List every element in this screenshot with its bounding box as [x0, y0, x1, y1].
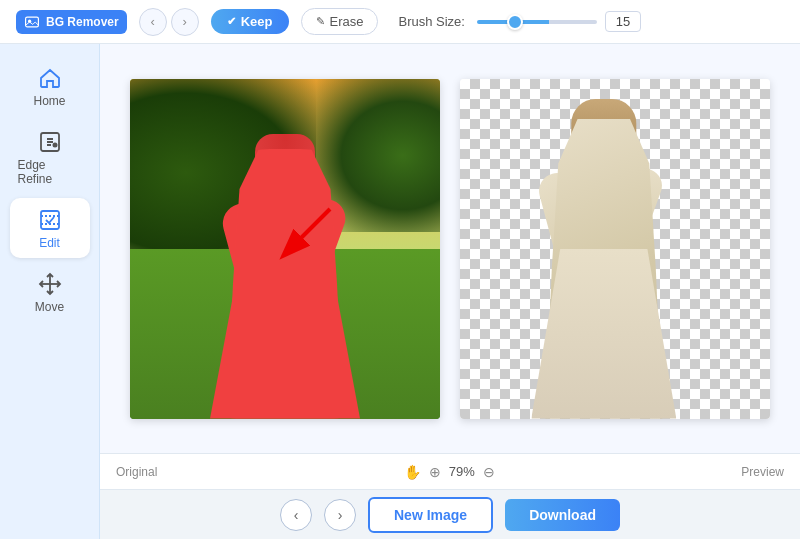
pan-icon[interactable]: ✋ [404, 464, 421, 480]
original-image [130, 79, 440, 419]
preview-image [460, 79, 770, 419]
original-image-panel [130, 79, 440, 419]
new-image-button[interactable]: New Image [368, 497, 493, 533]
brush-size-control: 15 [477, 11, 641, 32]
sidebar-item-home[interactable]: Home [10, 56, 90, 116]
sidebar: Home Edge Refine Edit [0, 44, 100, 539]
app-logo: BG Remover [16, 10, 127, 34]
original-label: Original [116, 465, 157, 479]
home-icon [38, 66, 62, 90]
brush-size-value: 15 [605, 11, 641, 32]
next-button[interactable]: › [324, 499, 356, 531]
keep-label: Keep [241, 14, 273, 29]
zoom-in-icon[interactable]: ⊕ [429, 464, 441, 480]
status-bar: Original ✋ ⊕ 79% ⊖ Preview [100, 453, 800, 489]
prev-button[interactable]: ‹ [280, 499, 312, 531]
nav-buttons: ‹ › [139, 8, 199, 36]
edit-icon [38, 208, 62, 232]
main-content: Home Edge Refine Edit [0, 44, 800, 539]
app-container: BG Remover ‹ › ✔ Keep ✎ Erase Brush Size… [0, 0, 800, 539]
brush-size-label: Brush Size: [398, 14, 464, 29]
home-label: Home [33, 94, 65, 108]
sidebar-item-move[interactable]: Move [10, 262, 90, 322]
preview-label: Preview [741, 465, 784, 479]
move-label: Move [35, 300, 64, 314]
edge-refine-icon [38, 130, 62, 154]
svg-point-3 [52, 143, 57, 148]
edit-label: Edit [39, 236, 60, 250]
erase-button[interactable]: ✎ Erase [301, 8, 379, 35]
status-right: Preview [741, 465, 784, 479]
svg-rect-4 [41, 211, 59, 229]
canvas-area [100, 44, 800, 453]
eraser-icon: ✎ [316, 15, 325, 28]
status-left: Original [116, 465, 157, 479]
zoom-out-icon[interactable]: ⊖ [483, 464, 495, 480]
back-button[interactable]: ‹ [139, 8, 167, 36]
toolbar: BG Remover ‹ › ✔ Keep ✎ Erase Brush Size… [0, 0, 800, 44]
download-button[interactable]: Download [505, 499, 620, 531]
action-bar: ‹ › New Image Download [100, 489, 800, 539]
app-name: BG Remover [46, 15, 119, 29]
figure-skirt [210, 259, 360, 419]
extracted-figure [534, 109, 674, 419]
sidebar-item-edge-refine[interactable]: Edge Refine [10, 120, 90, 194]
checkmark-icon: ✔ [227, 15, 236, 28]
zoom-value: 79% [449, 464, 475, 479]
red-figure [215, 139, 355, 419]
status-center: ✋ ⊕ 79% ⊖ [404, 464, 495, 480]
preview-image-panel [460, 79, 770, 419]
keep-button[interactable]: ✔ Keep [211, 9, 289, 34]
workspace: Original ✋ ⊕ 79% ⊖ Preview ‹ › New Image… [100, 44, 800, 539]
svg-rect-0 [26, 17, 39, 27]
edge-refine-label: Edge Refine [18, 158, 82, 186]
erase-label: Erase [330, 14, 364, 29]
move-icon [38, 272, 62, 296]
forward-button[interactable]: › [171, 8, 199, 36]
brush-slider[interactable] [477, 20, 597, 24]
sidebar-item-edit[interactable]: Edit [10, 198, 90, 258]
logo-icon [24, 14, 40, 30]
